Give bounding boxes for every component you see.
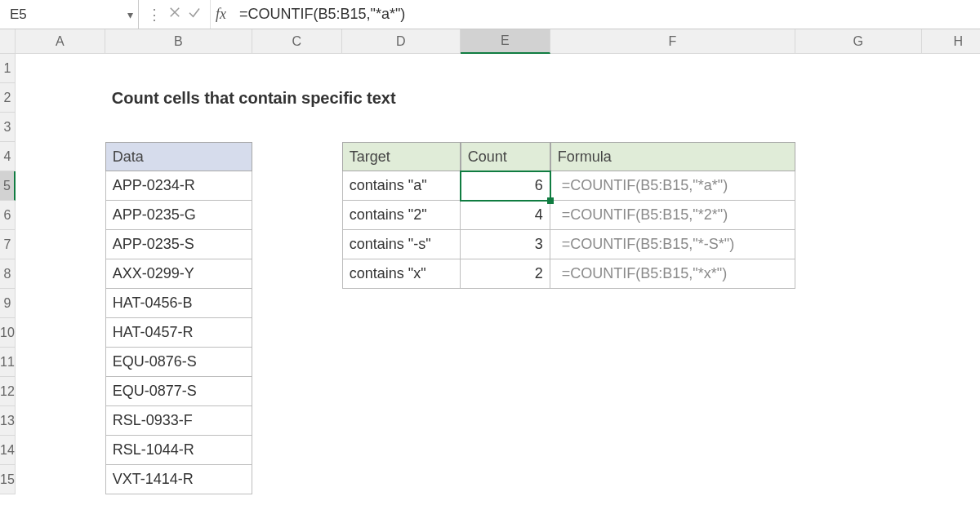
col-header-F[interactable]: F [550, 29, 795, 54]
name-box-value: E5 [10, 7, 27, 23]
more-icon: ⋮ [147, 6, 163, 24]
formula-input[interactable]: =COUNTIF(B5:B15,"*a*") [231, 0, 980, 29]
row-header-11[interactable]: 11 [0, 348, 16, 377]
row-header-2[interactable]: 2 [0, 83, 16, 113]
row-header-9[interactable]: 9 [0, 289, 16, 318]
confirm-icon[interactable] [187, 5, 202, 24]
row-header-7[interactable]: 7 [0, 230, 16, 259]
cell-D6[interactable]: contains "2" [342, 201, 461, 230]
col-header-A[interactable]: A [16, 29, 105, 54]
row-headers: 1 2 3 4 5 6 7 8 9 10 11 12 13 14 15 [0, 29, 16, 494]
cell-F5[interactable]: =COUNTIF(B5:B15,"*a*") [550, 171, 795, 201]
row-header-1[interactable]: 1 [0, 54, 16, 83]
row-header-14[interactable]: 14 [0, 436, 16, 465]
cell-B14[interactable]: RSL-1044-R [105, 436, 252, 465]
cell-D7[interactable]: contains "-s" [342, 230, 461, 259]
cell-E5[interactable]: 6 [461, 171, 550, 201]
cell-B10[interactable]: HAT-0457-R [105, 318, 252, 348]
cell-D8[interactable]: contains "x" [342, 259, 461, 289]
cell-E4-header-count[interactable]: Count [461, 142, 550, 171]
cancel-icon[interactable] [167, 5, 182, 24]
col-header-D[interactable]: D [342, 29, 461, 54]
col-header-E[interactable]: E [461, 29, 550, 54]
name-box[interactable]: E5 ▾ [0, 0, 139, 29]
spreadsheet-grid: 1 2 3 4 5 6 7 8 9 10 11 12 13 14 15 A B … [0, 29, 980, 494]
cell-E6[interactable]: 4 [461, 201, 550, 230]
col-header-C[interactable]: C [252, 29, 342, 54]
cell-B2-title[interactable]: Count cells that contain specific text [105, 83, 514, 113]
chevron-down-icon[interactable]: ▾ [127, 8, 133, 21]
cell-B12[interactable]: EQU-0877-S [105, 377, 252, 406]
cell-E8[interactable]: 2 [461, 259, 550, 289]
cell-B15[interactable]: VXT-1414-R [105, 465, 252, 494]
row-header-10[interactable]: 10 [0, 318, 16, 348]
select-all-corner[interactable] [0, 29, 16, 54]
col-header-B[interactable]: B [105, 29, 252, 54]
row-header-4[interactable]: 4 [0, 142, 16, 171]
cell-F6[interactable]: =COUNTIF(B5:B15,"*2*") [550, 201, 795, 230]
cell-B8[interactable]: AXX-0299-Y [105, 259, 252, 289]
row-header-6[interactable]: 6 [0, 201, 16, 230]
cell-F7[interactable]: =COUNTIF(B5:B15,"*-S*") [550, 230, 795, 259]
cell-D4-header-target[interactable]: Target [342, 142, 461, 171]
row-header-12[interactable]: 12 [0, 377, 16, 406]
cell-B4-header-data[interactable]: Data [105, 142, 252, 171]
row-header-15[interactable]: 15 [0, 465, 16, 494]
formula-bar-controls: ⋮ [139, 0, 211, 29]
cell-B13[interactable]: RSL-0933-F [105, 406, 252, 436]
fx-label[interactable]: fx [211, 0, 231, 29]
formula-bar: E5 ▾ ⋮ fx =COUNTIF(B5:B15,"*a*") [0, 0, 980, 29]
row-header-5[interactable]: 5 [0, 171, 16, 201]
formula-text: =COUNTIF(B5:B15,"*a*") [239, 6, 405, 23]
cell-E7[interactable]: 3 [461, 230, 550, 259]
sheet-area[interactable]: A B C D E F G H Count cells that contain… [16, 29, 980, 494]
column-headers: A B C D E F G H [16, 29, 980, 54]
cell-B6[interactable]: APP-0235-G [105, 201, 252, 230]
cell-B11[interactable]: EQU-0876-S [105, 348, 252, 377]
cell-B7[interactable]: APP-0235-S [105, 230, 252, 259]
row-header-3[interactable]: 3 [0, 113, 16, 142]
cell-B9[interactable]: HAT-0456-B [105, 289, 252, 318]
cell-F4-header-formula[interactable]: Formula [550, 142, 795, 171]
row-header-8[interactable]: 8 [0, 259, 16, 289]
cell-F8[interactable]: =COUNTIF(B5:B15,"*x*") [550, 259, 795, 289]
cell-B5[interactable]: APP-0234-R [105, 171, 252, 201]
row-header-13[interactable]: 13 [0, 406, 16, 436]
col-header-G[interactable]: G [795, 29, 922, 54]
cell-D5[interactable]: contains "a" [342, 171, 461, 201]
col-header-H[interactable]: H [922, 29, 980, 54]
